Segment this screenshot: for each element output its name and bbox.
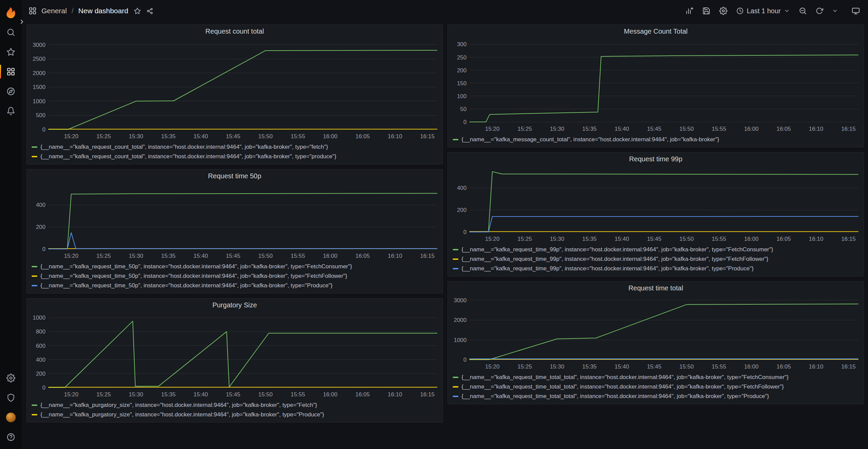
sidebar-item-help[interactable] [0, 427, 22, 447]
sidebar-item-explore[interactable] [0, 82, 22, 101]
svg-text:15:50: 15:50 [258, 253, 273, 259]
sidebar-expand-button[interactable] [18, 18, 26, 26]
apps-icon [29, 7, 37, 15]
legend-item[interactable]: {__name__="kafka_request_time_99p", inst… [453, 254, 861, 264]
sidebar-item-alerting[interactable] [0, 101, 22, 121]
svg-text:15:30: 15:30 [129, 133, 143, 140]
svg-text:15:35: 15:35 [161, 391, 176, 398]
svg-text:15:40: 15:40 [615, 236, 629, 242]
save-icon [702, 7, 710, 15]
sidebar-item-server-admin[interactable] [0, 388, 22, 408]
share-dashboard-button[interactable] [146, 7, 153, 15]
chart-svg: 020040015:2015:2515:3015:3515:4015:4515:… [27, 182, 442, 261]
svg-text:200: 200 [457, 67, 467, 74]
panel-title[interactable]: Message Count Total [448, 25, 864, 38]
refresh-interval-dropdown[interactable] [832, 8, 838, 14]
dashboard-settings-button[interactable] [719, 7, 727, 15]
header-toolbar: Last 1 hour [685, 7, 860, 15]
svg-text:15:25: 15:25 [518, 363, 532, 370]
svg-text:50: 50 [460, 106, 467, 112]
legend-item[interactable]: {__name__="kafka_request_time_total_tota… [453, 373, 861, 382]
legend-item[interactable]: {__name__="kafka_purgatory_size", instan… [32, 410, 440, 419]
time-series-plot[interactable]: 05010015020025030015:2015:2515:3015:3515… [448, 38, 864, 134]
add-panel-icon [685, 7, 693, 15]
legend-series-swatch [32, 275, 37, 277]
svg-text:15:55: 15:55 [712, 126, 726, 132]
svg-text:15:25: 15:25 [518, 126, 532, 132]
svg-text:800: 800 [36, 328, 46, 335]
legend-series-label: {__name__="kafka_request_time_total_tota… [462, 393, 769, 400]
time-series-plot[interactable]: 020040015:2015:2515:3015:3515:4015:4515:… [448, 165, 864, 244]
legend-series-label: {__name__="kafka_request_time_99p", inst… [462, 265, 754, 272]
legend-item[interactable]: {__name__="kafka_request_time_total_tota… [453, 382, 861, 392]
svg-text:0: 0 [464, 119, 467, 125]
legend-item[interactable]: {__name__="kafka_message_count_total", i… [453, 135, 861, 144]
time-range-picker[interactable]: Last 1 hour [736, 7, 790, 15]
refresh-button[interactable] [816, 7, 823, 15]
legend-item[interactable]: {__name__="kafka_request_time_total_tota… [453, 392, 861, 401]
svg-text:15:55: 15:55 [291, 253, 305, 259]
zoom-out-button[interactable] [799, 7, 807, 15]
panel-title[interactable]: Purgatory Size [27, 299, 442, 311]
panel-title[interactable]: Request count total [27, 25, 442, 38]
time-series-plot[interactable]: 010002000300015:2015:2515:3015:3515:4015… [448, 294, 864, 372]
svg-text:2500: 2500 [33, 56, 46, 62]
user-avatar [6, 412, 16, 423]
svg-text:15:30: 15:30 [550, 363, 564, 370]
legend-item[interactable]: {__name__="kafka_purgatory_size", instan… [32, 400, 440, 410]
legend-series-label: {__name__="kafka_request_count_total", i… [40, 153, 336, 160]
svg-text:15:20: 15:20 [64, 391, 78, 398]
svg-text:15:40: 15:40 [615, 126, 629, 132]
legend-series-swatch [453, 386, 458, 388]
svg-text:400: 400 [457, 185, 467, 191]
svg-text:16:10: 16:10 [388, 133, 402, 140]
time-series-plot[interactable]: 05001000150020002500300015:2015:2515:301… [27, 38, 442, 142]
legend-item[interactable]: {__name__="kafka_request_time_99p", inst… [453, 264, 861, 273]
svg-text:200: 200 [36, 371, 46, 377]
legend-item[interactable]: {__name__="kafka_request_time_50p", inst… [32, 262, 440, 271]
svg-text:16:10: 16:10 [809, 236, 824, 242]
legend-series-label: {__name__="kafka_request_time_total_tota… [462, 383, 784, 390]
save-dashboard-button[interactable] [702, 7, 710, 15]
legend-item[interactable]: {__name__="kafka_request_count_total", i… [32, 142, 440, 152]
svg-text:15:30: 15:30 [550, 126, 564, 132]
legend-series-label: {__name__="kafka_purgatory_size", instan… [40, 402, 317, 409]
breadcrumb-folder[interactable]: General [41, 7, 67, 15]
legend-series-label: {__name__="kafka_request_time_99p", inst… [462, 246, 773, 253]
legend-series-swatch [32, 285, 37, 286]
sidebar-item-dashboards[interactable] [0, 62, 22, 82]
svg-text:15:30: 15:30 [129, 253, 143, 259]
legend-series-swatch [453, 377, 458, 378]
sidebar-item-starred[interactable] [0, 42, 22, 62]
svg-text:0: 0 [42, 246, 46, 252]
main-area: General / New dashboard [22, 0, 868, 449]
legend-item[interactable]: {__name__="kafka_request_count_total", i… [32, 152, 440, 161]
legend-item[interactable]: {__name__="kafka_request_time_50p", inst… [32, 281, 440, 290]
sidebar-item-configuration[interactable] [0, 368, 22, 388]
svg-text:0: 0 [464, 229, 467, 235]
panel-legend: {__name__="kafka_request_time_total_tota… [448, 372, 864, 404]
panel-title[interactable]: Request time 50p [27, 169, 442, 182]
legend-series-label: {__name__="kafka_request_count_total", i… [40, 144, 328, 150]
legend-item[interactable]: {__name__="kafka_request_time_99p", inst… [453, 245, 861, 254]
favorite-dashboard-button[interactable] [134, 7, 141, 15]
svg-text:1000: 1000 [454, 337, 467, 343]
time-series-plot[interactable]: 020040015:2015:2515:3015:3515:4015:4515:… [27, 182, 442, 261]
add-panel-button[interactable] [685, 7, 693, 15]
time-series-plot[interactable]: 0200400600800100015:2015:2515:3015:3515:… [27, 311, 442, 400]
svg-text:15:50: 15:50 [258, 391, 273, 398]
svg-text:16:10: 16:10 [809, 126, 824, 132]
panel-title[interactable]: Request time 99p [448, 152, 864, 165]
legend-series-label: {__name__="kafka_message_count_total", i… [462, 136, 719, 143]
search-icon [6, 28, 15, 37]
sidebar-item-profile[interactable] [0, 408, 22, 427]
cycle-view-mode-button[interactable] [852, 7, 860, 15]
panel-title[interactable]: Request time total [448, 282, 864, 294]
legend-item[interactable]: {__name__="kafka_request_time_50p", inst… [32, 271, 440, 281]
svg-text:16:15: 16:15 [420, 133, 435, 140]
grafana-logo[interactable] [5, 3, 17, 22]
svg-text:100: 100 [457, 93, 467, 100]
svg-text:16:05: 16:05 [776, 126, 791, 132]
sidebar [0, 0, 22, 449]
svg-text:15:30: 15:30 [550, 236, 564, 242]
